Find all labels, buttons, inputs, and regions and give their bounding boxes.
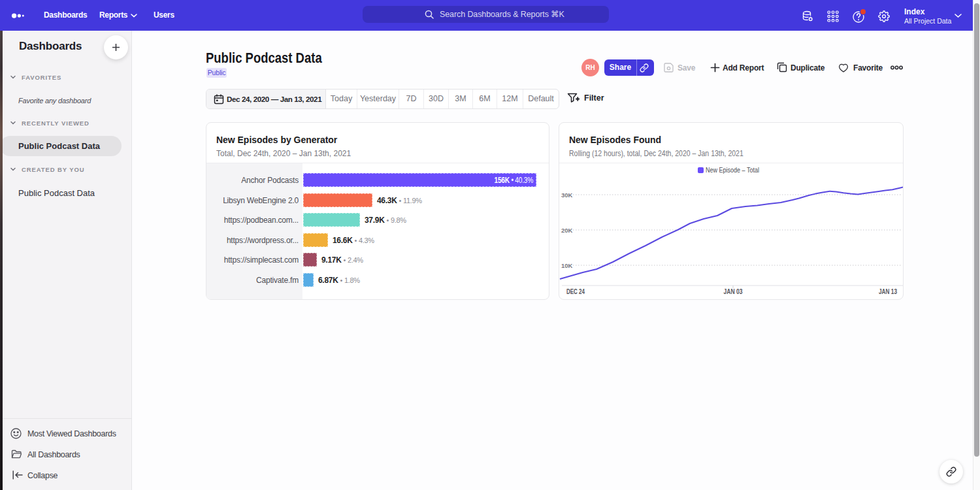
svg-text:New Episode – Total: New Episode – Total bbox=[706, 166, 759, 174]
svg-text:DEC 24: DEC 24 bbox=[566, 288, 585, 295]
svg-text:JAN 13: JAN 13 bbox=[879, 288, 897, 295]
svg-text:JAN 03: JAN 03 bbox=[724, 288, 743, 295]
svg-text:10K: 10K bbox=[561, 262, 573, 269]
svg-text:30K: 30K bbox=[561, 191, 573, 199]
svg-text:20K: 20K bbox=[561, 227, 573, 234]
